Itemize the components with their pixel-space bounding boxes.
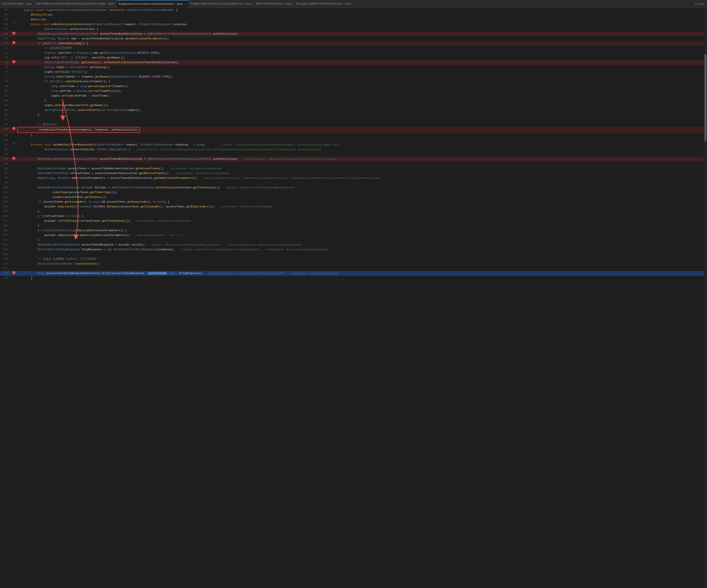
line-number: 98: [0, 176, 11, 181]
table-row: 110 builder.additionalParameters(additio…: [0, 233, 707, 238]
table-row: 117: [0, 266, 707, 271]
line-number: 108: [0, 223, 11, 228]
expand-icon[interactable]: ∧: [703, 2, 704, 5]
line-number: 82: [0, 98, 11, 103]
line-code: // 输出token: [16, 122, 707, 127]
table-row: 101 .tokenType(accessToken.getTokenType(…: [0, 190, 707, 195]
line-number: 67: [0, 27, 11, 32]
table-row: 71 // 发送异步日志事件: [0, 46, 707, 51]
line-code: if (StrUtil.isNotBlank(startTimeStr)) {: [16, 79, 707, 84]
line-gutter: [11, 41, 16, 44]
scrollbar[interactable]: [704, 8, 707, 588]
scrollbar-thumb[interactable]: [704, 54, 707, 141]
line-number: 100: [0, 185, 11, 190]
table-row: 81 logVo.setTime(endTime - startTime);: [0, 94, 707, 98]
line-number: 68: [0, 32, 11, 36]
line-code: Long endTime = System.currentTimeMillis(…: [16, 89, 707, 94]
line-number: 114: [0, 252, 11, 257]
table-row: 100 OAuth2AccessTokenResponse.Builder bu…: [0, 185, 707, 190]
tab-oauth2tokencontext[interactable]: OAuth2TokenContext.java: [254, 0, 294, 7]
table-row: 104 builder.expiresIn(ChronoUnit.SECONDS…: [0, 204, 707, 209]
table-row: 78 if (StrUtil.isNotBlank(startTimeStr))…: [0, 79, 707, 84]
table-row: 66 ▼ public void onAuthenticationSuccess…: [0, 22, 707, 27]
line-number: 113: [0, 247, 11, 252]
table-row: 72 PigUser userInfo = (PigUser) map.get(…: [0, 51, 707, 56]
line-code: .scopes(accessToken.getScopes());: [16, 195, 707, 200]
breakpoint-icon[interactable]: [12, 127, 15, 130]
breakpoint-icon[interactable]: [12, 271, 15, 274]
line-number: 87: [0, 122, 11, 127]
table-row: 64 @SneakyThrows: [0, 12, 707, 17]
table-row: 77 String startTimeStr = request.getHead…: [0, 74, 707, 79]
warning-count: 2: [697, 3, 699, 5]
line-code: SpringContextHolder.publishEvent(new Sys…: [16, 108, 707, 112]
table-row: 75 SysLog logVo = SysLogUtils.getSysLog(…: [0, 65, 707, 70]
line-code: OAuth2AccessToken accessToken = accessTo…: [16, 166, 707, 171]
line-number: 72: [0, 51, 11, 56]
tab-cationprovider[interactable]: cationProvider.java: [0, 0, 34, 7]
line-number: 89: [0, 133, 11, 138]
line-code: SysLog logVo = SysLogUtils.getSysLog();: [16, 65, 707, 70]
table-row: 95: [0, 162, 707, 166]
breakpoint-icon[interactable]: [12, 32, 15, 35]
tab-label: PigRedisOAuth2AuthorizationService.java: [191, 2, 251, 5]
line-number: 117: [0, 266, 11, 271]
tab-label: DelegatingOAuth2TokenGenerator.java: [296, 2, 351, 5]
table-row: 73 log.info("用户: {} 登录成功", userInfo.getN…: [0, 56, 707, 60]
method-marker-icon: ▼: [13, 22, 14, 24]
info-count: ↓1: [699, 3, 702, 5]
table-row: 88 sendAccessTokenResponse(request, resp…: [0, 127, 707, 133]
line-number: 104: [0, 204, 11, 209]
tab-label: PigAuthenticationSuccessEventHandler.jav…: [119, 3, 183, 6]
line-code: private void sendAccessTokenResponse(Htt…: [16, 142, 707, 147]
line-code: ServletServerHttpResponse httpResponse =…: [16, 247, 707, 252]
line-gutter: [11, 157, 16, 160]
line-code: }: [16, 238, 707, 242]
method-marker-icon: ▼: [13, 142, 14, 144]
table-row: 70 if (MapUtil.isNotEmpty(map)) {: [0, 41, 707, 46]
breakpoint-icon[interactable]: [12, 60, 15, 63]
tab-pigredis[interactable]: PigRedisOAuth2AuthorizationService.java: [188, 0, 254, 7]
table-row: 82 }: [0, 98, 707, 103]
line-code: }: [16, 209, 707, 214]
line-code: // 无状态 注意删除 context 上下文的信息: [16, 257, 707, 262]
warning-badge: ⚠ 2 ↓1 ∧: [695, 2, 707, 5]
line-number: 110: [0, 233, 11, 238]
line-number: 116: [0, 262, 11, 266]
line-code: public void onAuthenticationSuccess(Http…: [16, 22, 707, 27]
tab-bar: cationProvider.java OAuth2ResourceOwnerB…: [0, 0, 707, 8]
table-row: 80 Long endTime = System.currentTimeMill…: [0, 89, 707, 94]
table-row: 68 OAuth2AccessTokenAuthenticationToken …: [0, 32, 707, 36]
close-icon[interactable]: ✕: [184, 3, 186, 5]
line-code: logVo.setCreateBy(userInfo.getName());: [16, 103, 707, 108]
line-number: 112: [0, 242, 11, 247]
line-code: PigUser userInfo = (PigUser) map.get(Sec…: [16, 51, 707, 56]
line-code: SecurityContextHolder.getContext().setAu…: [16, 60, 707, 65]
table-row: 91 ▼ private void sendAccessTokenRespons…: [0, 142, 707, 147]
line-gutter: [11, 60, 16, 63]
line-number: 79: [0, 84, 11, 89]
tab-oauth2resource[interactable]: OAuth2ResourceOwnerBaseAuthenticationPro…: [34, 0, 117, 7]
table-row: 67 Authentication authentication) {: [0, 27, 707, 32]
line-gutter: ▼: [11, 22, 16, 24]
line-code: SecurityContextHolder.clearContext();: [16, 262, 707, 266]
table-row: 107 builder.refreshToken(refreshToken.ge…: [0, 219, 707, 223]
line-number: 53: [0, 8, 11, 12]
tab-pigauthentication[interactable]: PigAuthenticationSuccessEventHandler.jav…: [117, 0, 188, 7]
table-row: 76 logVo.setTitle("登录成功");: [0, 70, 707, 74]
table-row: 99: [0, 181, 707, 185]
line-code: OAuth2AccessTokenResponse accessTokenRes…: [16, 242, 707, 247]
line-code: if (MapUtil.isNotEmpty(map)) {: [16, 41, 707, 46]
breakpoint-icon[interactable]: [12, 157, 15, 160]
line-number: 119: [0, 276, 11, 281]
line-number: 66: [0, 22, 11, 27]
line-code: @SneakyThrows: [16, 12, 707, 17]
table-row: 103 if (accessToken.getIssuedAt() != nul…: [0, 200, 707, 204]
breakpoint-icon[interactable]: [12, 41, 15, 44]
tab-delegating[interactable]: DelegatingOAuth2TokenGenerator.java: [294, 0, 353, 7]
line-number: 109: [0, 228, 11, 233]
table-row: 89 }: [0, 133, 707, 138]
code-area[interactable]: 53 public class PigAuthenticationSuccess…: [0, 8, 707, 588]
table-row: 96 OAuth2AccessToken accessToken = acces…: [0, 166, 707, 171]
line-code: builder.additionalParameters(additionalP…: [16, 233, 707, 238]
